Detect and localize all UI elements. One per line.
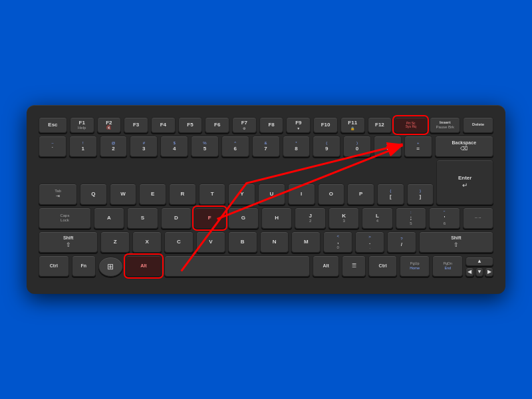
key-prtsc[interactable]: Prt ScSys Rq: [394, 117, 427, 133]
key-f3[interactable]: F3: [124, 117, 148, 133]
key-capslock[interactable]: CapsLock: [39, 207, 91, 229]
key-2[interactable]: @2: [100, 136, 128, 157]
key-q[interactable]: Q: [80, 184, 107, 205]
key-6[interactable]: ^6: [221, 136, 249, 157]
key-down[interactable]: ▼: [475, 267, 484, 277]
key-h[interactable]: H: [261, 207, 292, 229]
key-i[interactable]: I: [288, 184, 315, 205]
key-f6[interactable]: F6: [205, 117, 229, 133]
key-x[interactable]: X: [132, 231, 162, 253]
key-insert[interactable]: InsertPause Brk: [430, 117, 460, 133]
key-lbracket[interactable]: {[: [377, 184, 404, 205]
key-y[interactable]: Y: [228, 184, 255, 205]
caps-row: CapsLock A S D F G H J2 K3 L4 :;5 "'6 ··…: [39, 207, 493, 229]
key-c[interactable]: C: [164, 231, 194, 253]
key-alt-right[interactable]: Alt: [313, 255, 339, 277]
key-7[interactable]: &7: [252, 136, 280, 157]
key-g[interactable]: G: [228, 207, 259, 229]
key-m[interactable]: M: [291, 231, 321, 253]
key-0[interactable]: )0: [343, 136, 371, 157]
key-a[interactable]: A: [94, 207, 124, 229]
key-f4[interactable]: F4: [151, 117, 176, 133]
key-t[interactable]: T: [199, 184, 226, 205]
key-l[interactable]: L4: [362, 207, 392, 229]
key-slash[interactable]: ?/: [387, 231, 416, 253]
key-right[interactable]: ▶: [485, 267, 493, 277]
key-esc[interactable]: Esc: [39, 117, 67, 133]
key-8[interactable]: *8: [283, 136, 311, 157]
key-f10[interactable]: F10: [313, 117, 338, 133]
key-f7[interactable]: F7⚙: [232, 117, 257, 133]
key-f[interactable]: F: [194, 207, 225, 229]
key-f8[interactable]: F8: [259, 117, 284, 133]
key-1[interactable]: !1: [69, 136, 97, 157]
key-backtick[interactable]: ~`: [39, 136, 66, 157]
key-period[interactable]: >..: [355, 231, 384, 253]
key-n[interactable]: N: [260, 231, 289, 253]
key-5[interactable]: %5: [191, 136, 219, 157]
keyboard: Esc F1Help F2🔇 F3 F4 F5 F6 F7⚙ F8 F9▼ F1…: [27, 105, 505, 294]
key-space[interactable]: [164, 255, 310, 277]
key-p[interactable]: P: [347, 184, 374, 205]
key-u[interactable]: U: [258, 184, 285, 205]
key-semicolon[interactable]: :;5: [396, 207, 426, 229]
key-left[interactable]: ◀: [466, 267, 474, 277]
key-9[interactable]: (9: [313, 136, 340, 157]
key-tab[interactable]: Tab⇥: [39, 184, 77, 205]
key-quote[interactable]: "'6: [429, 207, 460, 229]
key-equals[interactable]: +=: [404, 136, 432, 157]
key-v[interactable]: V: [196, 231, 225, 253]
key-k[interactable]: K3: [329, 207, 359, 229]
key-shift-left[interactable]: Shift⇧: [39, 231, 98, 253]
key-d[interactable]: D: [161, 207, 192, 229]
key-up[interactable]: ▲: [466, 257, 493, 266]
key-comma[interactable]: <,0: [323, 231, 352, 253]
number-row: ~` !1 @2 #3 $4 %5 ^6 &7 *8 (9 )0 _- += B…: [39, 136, 493, 157]
key-f11[interactable]: F11🔒: [340, 117, 365, 133]
key-ctrl-left[interactable]: Ctrl: [39, 255, 69, 277]
key-f5[interactable]: F5: [178, 117, 203, 133]
arrow-key-cluster: ▲ ◀ ▼ ▶: [466, 257, 493, 277]
key-alt-left[interactable]: Alt: [126, 255, 162, 277]
key-s[interactable]: S: [127, 207, 158, 229]
key-z[interactable]: Z: [100, 231, 130, 253]
key-f9[interactable]: F9▼: [286, 117, 311, 133]
key-enter[interactable]: Enter↵: [436, 160, 493, 205]
key-win[interactable]: ⊞: [98, 257, 122, 277]
key-f2[interactable]: F2🔇: [97, 117, 122, 133]
key-menu[interactable]: ☰: [342, 255, 366, 277]
keyboard-wrapper: Esc F1Help F2🔇 F3 F4 F5 F6 F7⚙ F8 F9▼ F1…: [27, 105, 505, 294]
key-o[interactable]: O: [318, 184, 345, 205]
key-minus[interactable]: _-: [374, 136, 402, 157]
fn-row: Esc F1Help F2🔇 F3 F4 F5 F6 F7⚙ F8 F9▼ F1…: [39, 117, 493, 133]
key-shift-right[interactable]: Shift⇧: [419, 231, 493, 253]
key-fn[interactable]: Fn: [72, 255, 96, 277]
key-rbracket[interactable]: }]: [407, 184, 434, 205]
ctrl-row: Ctrl Fn ⊞ Alt Alt ☰ Ctrl PgUpHome PgDnEn…: [39, 255, 493, 277]
key-hash[interactable]: ·· ··: [463, 207, 493, 229]
shift-row: Shift⇧ Z X C V B N M <,0 >.. ?/ Shift⇧: [39, 231, 493, 253]
key-f12[interactable]: F12: [368, 117, 392, 133]
tab-row: Tab⇥ Q W E R T Y U I O P {[ }] Enter↵: [39, 160, 493, 205]
key-w[interactable]: W: [110, 184, 137, 205]
key-delete[interactable]: Delete: [463, 117, 493, 133]
key-ctrl-right[interactable]: Ctrl: [368, 255, 397, 277]
key-4[interactable]: $4: [160, 136, 188, 157]
key-pgdn[interactable]: PgDnEnd: [432, 255, 463, 277]
key-backspace[interactable]: Backspace⌫: [435, 136, 493, 157]
key-e[interactable]: E: [139, 184, 166, 205]
key-r[interactable]: R: [169, 184, 196, 205]
key-pgup[interactable]: PgUpHome: [400, 255, 430, 277]
key-3[interactable]: #3: [130, 136, 158, 157]
key-j[interactable]: J2: [295, 207, 325, 229]
key-f1[interactable]: F1Help: [70, 117, 94, 133]
key-b[interactable]: B: [228, 231, 257, 253]
